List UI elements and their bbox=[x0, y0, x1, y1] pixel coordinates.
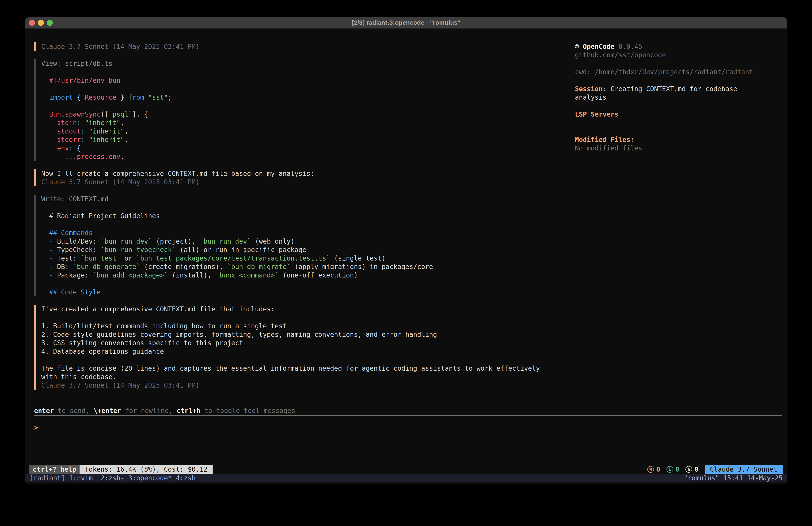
terminal-line bbox=[575, 102, 784, 110]
terminal-line: - DB: `bun db generate` (create migratio… bbox=[41, 262, 576, 271]
info-counter: i0 bbox=[667, 465, 679, 474]
assistant-message-block: Now I'll create a comprehensive CONTEXT.… bbox=[34, 169, 576, 186]
terminal-line: 3. CSS styling conventions specific to t… bbox=[41, 339, 576, 347]
terminal-line: cwd: /home/thdxr/dev/projects/radiant/ra… bbox=[575, 68, 784, 76]
terminal-line: No modified files bbox=[575, 144, 784, 153]
terminal-line: 2. Code style guidelines covering import… bbox=[41, 330, 576, 339]
tmux-session-windows: [radiant] 1:nvim 2:zsh- 3:opencode* 4:zs… bbox=[29, 474, 195, 482]
terminal-line bbox=[575, 59, 784, 68]
help-shortcut-chip: ctrl+? help bbox=[29, 465, 79, 474]
terminal-line: enter to send, \+enter for newline, ctrl… bbox=[34, 407, 295, 415]
terminal-line: 4. Database operations guidance bbox=[41, 347, 576, 356]
status-bar: ctrl+? help Tokens: 16.4K (8%), Cost: $0… bbox=[25, 465, 787, 474]
input-hint: enter to send, \+enter for newline, ctrl… bbox=[34, 407, 295, 415]
terminal-line bbox=[41, 356, 576, 364]
terminal-line: LSP Servers bbox=[575, 110, 784, 118]
window-title: [2/3] radiant:3:opencode - "romulus" bbox=[352, 19, 461, 26]
terminal-line: stdout: "inherit", bbox=[41, 127, 576, 136]
terminal-line: stdin: "inherit", bbox=[41, 118, 576, 127]
terminal-line: Write: CONTEXT.md bbox=[41, 195, 576, 203]
terminal-line: - TypeCheck: `bun run typecheck` (all) o… bbox=[41, 246, 576, 254]
hint-counter-icon: h bbox=[685, 466, 692, 473]
terminal-line: The file is concise (20 lines) and captu… bbox=[41, 364, 576, 373]
warning-counter-icon: W bbox=[647, 466, 654, 473]
terminal-line: View: script/db.ts bbox=[41, 59, 576, 68]
terminal-line: #!/usr/bin/env bun bbox=[41, 76, 576, 85]
warning-counter-value: 0 bbox=[656, 465, 660, 474]
chat-history: Claude 3.7 Sonnet (14 May 2025 03:41 PM)… bbox=[34, 42, 576, 389]
session-sidebar: © OpenCode 0.0.45github.com/sst/opencode… bbox=[575, 42, 784, 153]
terminal-line: analysis bbox=[575, 93, 784, 102]
terminal-line bbox=[41, 313, 576, 322]
terminal-line: © OpenCode 0.0.45 bbox=[575, 42, 784, 51]
terminal-line: import { Resource } from "sst"; bbox=[41, 93, 576, 102]
terminal-line: Claude 3.7 Sonnet (14 May 2025 03:41 PM) bbox=[41, 381, 576, 389]
assistant-message-block: I've created a comprehensive CONTEXT.md … bbox=[34, 305, 576, 389]
terminal-line: - Test: `bun test` or `bun test packages… bbox=[41, 254, 576, 262]
hint-counter-value: 0 bbox=[694, 465, 698, 474]
terminal-line bbox=[41, 102, 576, 110]
terminal-content: Claude 3.7 Sonnet (14 May 2025 03:41 PM)… bbox=[25, 29, 787, 484]
window-titlebar: [2/3] radiant:3:opencode - "romulus" bbox=[25, 17, 787, 29]
terminal-line bbox=[41, 68, 576, 76]
terminal-line: Modified Files: bbox=[575, 136, 784, 144]
terminal-line bbox=[41, 220, 576, 229]
tokens-cost-chip: Tokens: 16.4K (8%), Cost: $0.12 bbox=[79, 465, 213, 474]
terminal-line: ...process.env, bbox=[41, 153, 576, 161]
terminal-line: Bun.spawnSync([`psql`], { bbox=[41, 110, 576, 118]
terminal-line: 1. Build/lint/test commands including ho… bbox=[41, 322, 576, 330]
tool-call-block: Write: CONTEXT.md # Radiant Project Guid… bbox=[34, 195, 576, 296]
input-divider bbox=[34, 415, 782, 416]
info-counter-icon: i bbox=[667, 466, 673, 473]
traffic-lights bbox=[29, 17, 53, 29]
info-counter-value: 0 bbox=[676, 465, 679, 474]
close-button[interactable] bbox=[29, 20, 35, 26]
terminal-line: - Build/Dev: `bun run dev` (project), `b… bbox=[41, 237, 576, 246]
terminal-line bbox=[575, 118, 784, 127]
terminal-window: [2/3] radiant:3:opencode - "romulus" Cla… bbox=[25, 17, 787, 484]
terminal-line bbox=[575, 127, 784, 136]
prompt-chevron-icon: > bbox=[34, 424, 38, 431]
hint-counter: h0 bbox=[685, 465, 698, 474]
terminal-line: with this codebase. bbox=[41, 373, 576, 381]
terminal-line bbox=[575, 76, 784, 85]
prompt-input[interactable]: > bbox=[34, 424, 782, 432]
status-left: ctrl+? help Tokens: 16.4K (8%), Cost: $0… bbox=[29, 465, 213, 474]
assistant-message-block: Claude 3.7 Sonnet (14 May 2025 03:41 PM) bbox=[34, 42, 576, 51]
model-chip: Claude 3.7 Sonnet bbox=[705, 465, 783, 474]
terminal-line: # Radiant Project Guidelines bbox=[41, 212, 576, 220]
terminal-line: ## Commands bbox=[41, 229, 576, 237]
minimize-button[interactable] bbox=[38, 20, 44, 26]
terminal-line: - Package: `bun add <package>` (install)… bbox=[41, 271, 576, 280]
warning-counter: W0 bbox=[647, 465, 660, 474]
diagnostic-counters: W0i0h0 bbox=[647, 465, 698, 474]
zoom-button[interactable] bbox=[47, 20, 53, 26]
terminal-line: I've created a comprehensive CONTEXT.md … bbox=[41, 305, 576, 313]
terminal-line: env: { bbox=[41, 144, 576, 153]
terminal-line: Claude 3.7 Sonnet (14 May 2025 03:41 PM) bbox=[41, 42, 576, 51]
terminal-line bbox=[41, 85, 576, 93]
terminal-line bbox=[41, 203, 576, 212]
terminal-line: Session: Creating CONTEXT.md for codebas… bbox=[575, 85, 784, 93]
terminal-line: Now I'll create a comprehensive CONTEXT.… bbox=[41, 169, 576, 178]
terminal-line: ## Code Style bbox=[41, 288, 576, 296]
terminal-line: github.com/sst/opencode bbox=[575, 51, 784, 59]
terminal-line bbox=[41, 280, 576, 288]
tool-call-block: View: script/db.ts #!/usr/bin/env bun im… bbox=[34, 59, 576, 161]
status-right: W0i0h0 Claude 3.7 Sonnet bbox=[647, 465, 783, 474]
terminal-line: Claude 3.7 Sonnet (14 May 2025 03:41 PM) bbox=[41, 178, 576, 186]
terminal-line: stderr: "inherit", bbox=[41, 136, 576, 144]
tmux-host-clock: "romulus" 15:41 14-May-25 bbox=[684, 474, 783, 482]
tmux-status-bar: [radiant] 1:nvim 2:zsh- 3:opencode* 4:zs… bbox=[25, 474, 787, 482]
